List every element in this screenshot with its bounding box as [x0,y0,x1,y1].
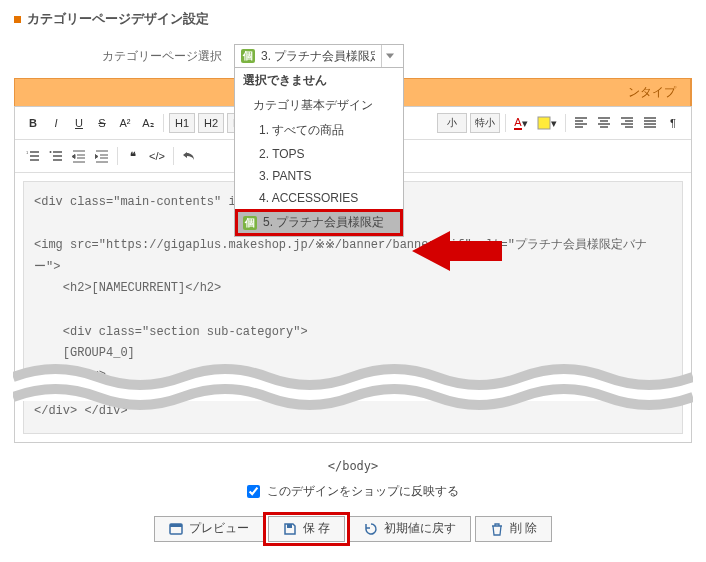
tab-design-type[interactable]: ンタイプ [614,78,691,106]
svg-text:1: 1 [26,150,29,155]
bold-button[interactable]: B [23,113,43,133]
textcolor-button[interactable]: A▾ [511,113,531,133]
paragraph-button[interactable]: ¶ [663,113,683,133]
reset-button[interactable]: 初期値に戻す [349,516,471,542]
undo-button[interactable] [179,146,199,166]
svg-rect-6 [287,524,292,528]
dropdown-heading-disabled: 選択できません [235,68,403,93]
dropdown-option-1[interactable]: 1. すべての商品 [235,118,403,143]
reset-icon [364,522,378,536]
save-button-label: 保 存 [303,520,330,537]
highlight-badge-icon: 個 [243,216,257,230]
underline-button[interactable]: U [69,113,89,133]
body-close-label: </body> [14,459,692,473]
svg-point-3 [50,151,52,153]
preview-button-label: プレビュー [189,520,249,537]
reflect-checkbox[interactable] [247,485,260,498]
fontsize-small-button[interactable]: 小 [437,113,467,133]
delete-button[interactable]: 削 除 [475,516,552,542]
preview-button[interactable]: プレビュー [154,516,264,542]
callout-arrow-icon [412,226,502,279]
dropdown-heading-basic: カテゴリ基本デザイン [235,93,403,118]
list-unordered-button[interactable] [46,146,66,166]
outdent-button[interactable] [92,146,112,166]
svg-marker-0 [412,231,502,271]
h1-button[interactable]: H1 [169,113,195,133]
category-dropdown: 個 3. プラチナ会員様限定 選択できません カテゴリ基本デザイン 1. すべて… [234,44,404,68]
action-buttons: プレビュー 保 存 初期値に戻す 削 除 [14,516,692,542]
italic-button[interactable]: I [46,113,66,133]
align-left-button[interactable] [571,113,591,133]
category-selector-row: カテゴリーページ選択 個 3. プラチナ会員様限定 選択できません カテゴリ基本… [102,44,692,68]
toolbar-separator [173,147,174,165]
category-dropdown-toggle[interactable]: 個 3. プラチナ会員様限定 [234,44,404,68]
align-justify-button[interactable] [640,113,660,133]
highlight-option-text: 5. プラチナ会員様限定 [263,214,384,231]
save-button[interactable]: 保 存 [268,516,345,542]
svg-rect-1 [538,117,550,129]
toolbar-separator [505,114,506,132]
content-truncated-wave-icon [13,359,693,415]
dropdown-option-highlighted[interactable]: 個 5. プラチナ会員様限定 [235,209,403,236]
align-center-button[interactable] [594,113,614,133]
dropdown-option-4[interactable]: 4. ACCESSORIES [235,187,403,209]
align-right-button[interactable] [617,113,637,133]
list-ordered-button[interactable]: 1 [23,146,43,166]
selected-text: 3. プラチナ会員様限定 [261,48,375,65]
delete-button-label: 削 除 [510,520,537,537]
bgcolor-button[interactable]: ▾ [534,113,560,133]
reflect-checkbox-label[interactable]: このデザインをショップに反映する [247,484,459,498]
page-title: カテゴリーページデザイン設定 [14,10,692,28]
quote-button[interactable]: ❝ [123,146,143,166]
toolbar-separator [565,114,566,132]
page-title-text: カテゴリーページデザイン設定 [27,10,209,28]
toolbar-separator [163,114,164,132]
fontsize-xsmall-button[interactable]: 特小 [470,113,500,133]
selected-badge-icon: 個 [241,49,255,63]
category-selector-label: カテゴリーページ選択 [102,48,222,65]
preview-icon [169,522,183,536]
reset-button-label: 初期値に戻す [384,520,456,537]
dropdown-option-2[interactable]: 2. TOPS [235,143,403,165]
strike-button[interactable]: S [92,113,112,133]
indent-button[interactable] [69,146,89,166]
subscript-button[interactable]: A₂ [138,113,158,133]
code-button[interactable]: </> [146,146,168,166]
superscript-button[interactable]: A² [115,113,135,133]
dropdown-option-3[interactable]: 3. PANTS [235,165,403,187]
chevron-down-icon [381,45,397,67]
svg-rect-5 [170,524,182,527]
save-icon [283,522,297,536]
reflect-checkbox-text: このデザインをショップに反映する [267,484,459,498]
h2-button[interactable]: H2 [198,113,224,133]
trash-icon [490,522,504,536]
toolbar-separator [117,147,118,165]
title-bullet-icon [14,16,21,23]
reflect-row: このデザインをショップに反映する [14,483,692,500]
category-dropdown-menu: 選択できません カテゴリ基本デザイン 1. すべての商品 2. TOPS 3. … [234,68,404,237]
